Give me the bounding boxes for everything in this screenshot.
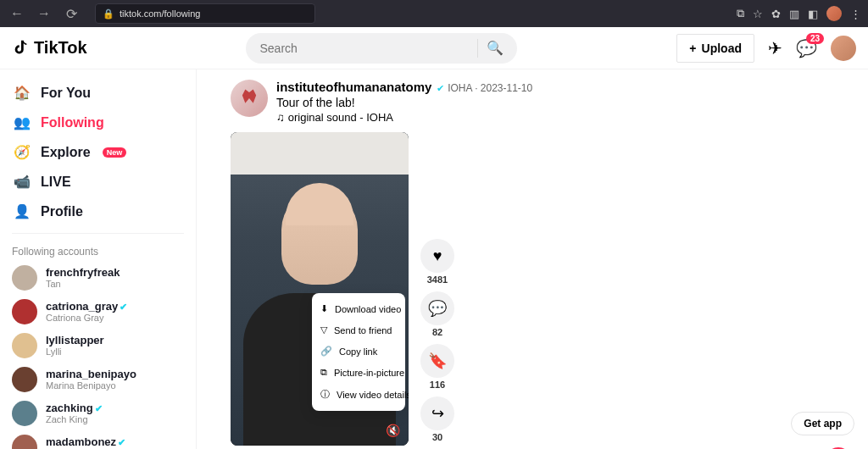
ctx-label: Copy link	[339, 346, 377, 357]
profile-avatar-icon[interactable]	[826, 6, 842, 21]
nav-label: Following	[41, 115, 104, 130]
verified-icon: ✔	[120, 302, 127, 312]
sidebar-account[interactable]: zachking✔Zach King	[0, 396, 196, 430]
save-action[interactable]: 🔖116	[420, 344, 454, 390]
post-username[interactable]: instituteofhumananatomy	[276, 80, 431, 94]
logo-text: TikTok	[34, 38, 87, 58]
music-icon: ♫	[276, 111, 285, 124]
topbar: TikTok 🔍 + Upload ✈ 💬23	[0, 27, 868, 69]
share-icon[interactable]: ↪	[420, 396, 454, 430]
account-username: madambonez✔	[46, 435, 125, 449]
toolbar-icon[interactable]: ▥	[789, 8, 799, 20]
post-avatar[interactable]	[231, 80, 268, 117]
sidebar-account[interactable]: marina_benipayoMarina Benipayo	[0, 363, 196, 396]
nav-label: Profile	[41, 204, 83, 219]
account-subtitle: Zach King	[46, 414, 103, 425]
browser-chrome: ← → ⟳ 🔒 tiktok.com/following ⧉ ☆ ✿ ▥ ◧ ⋮	[0, 0, 868, 27]
ctx-pip[interactable]: ⧉Picture-in-picture	[312, 362, 405, 383]
nav-foryou[interactable]: 🏠For You	[0, 78, 196, 108]
post-actions: ♥3481 💬82 🔖116 ↪30	[420, 132, 454, 446]
ctx-details[interactable]: ⓘView video details	[312, 383, 405, 406]
get-app-button[interactable]: Get app	[791, 412, 854, 435]
account-username: catriona_gray✔	[46, 300, 127, 313]
back-icon[interactable]: ←	[7, 3, 27, 24]
comment-action[interactable]: 💬82	[420, 291, 454, 337]
comment-icon[interactable]: 💬	[420, 291, 454, 325]
mute-icon[interactable]: 🔇	[386, 424, 400, 437]
search-box[interactable]: 🔍	[246, 33, 517, 64]
menu-icon[interactable]: ⋮	[850, 8, 861, 20]
heart-icon[interactable]: ♥	[420, 239, 454, 273]
ctx-label: Download video	[335, 304, 401, 314]
url-bar[interactable]: 🔒 tiktok.com/following	[95, 3, 315, 24]
sidebar-account[interactable]: madambonez✔Megan Young	[0, 430, 196, 449]
bookmark-icon[interactable]: 🔖	[420, 344, 454, 378]
avatar-icon	[12, 299, 37, 324]
account-username: frenchfryfreak	[46, 266, 120, 280]
comment-count: 82	[432, 327, 442, 337]
inbox-icon[interactable]: 💬23	[796, 38, 817, 58]
post-header: instituteofhumananatomy ✔ IOHA · 2023-11…	[231, 80, 868, 124]
ctx-download[interactable]: ⬇Download video	[312, 298, 405, 319]
home-icon: 🏠	[12, 85, 32, 101]
share-count: 30	[432, 432, 442, 442]
profile-avatar[interactable]	[831, 36, 856, 61]
post-sound[interactable]: ♫original sound - IOHA	[276, 111, 532, 124]
following-header: Following accounts	[0, 241, 196, 261]
video-player[interactable]: 🔇 ⬇Download video ▽Send to friend 🔗Copy …	[231, 132, 409, 446]
verified-icon: ✔	[118, 437, 125, 447]
avatar-icon	[12, 265, 37, 291]
sidebar-account[interactable]: frenchfryfreakTan	[0, 261, 196, 295]
extensions-icon[interactable]: ✿	[771, 8, 781, 20]
account-username: marina_benipayo	[46, 368, 136, 381]
account-username: zachking✔	[46, 402, 103, 415]
nav-live[interactable]: 📹LIVE	[0, 167, 196, 197]
info-icon: ⓘ	[320, 388, 330, 401]
nav-label: Explore	[41, 145, 91, 160]
nav-profile[interactable]: 👤Profile	[0, 197, 196, 226]
toolbar-icon[interactable]: ◧	[808, 8, 818, 20]
search-input[interactable]	[259, 42, 477, 55]
account-subtitle: Catriona Gray	[46, 313, 127, 324]
ctx-label: Picture-in-picture	[334, 368, 404, 378]
ctx-send[interactable]: ▽Send to friend	[312, 319, 405, 341]
forward-icon[interactable]: →	[34, 3, 54, 24]
account-subtitle: Tan	[46, 279, 120, 290]
reload-icon[interactable]: ⟳	[61, 3, 81, 24]
ctx-copy[interactable]: 🔗Copy link	[312, 341, 405, 362]
messages-icon[interactable]: ✈	[768, 38, 782, 58]
avatar-icon	[12, 435, 37, 449]
verified-icon: ✔	[95, 403, 103, 413]
sidebar-account[interactable]: lyllistapperLylli	[0, 329, 196, 363]
new-badge: New	[103, 147, 127, 158]
live-icon: 📹	[12, 174, 32, 190]
users-icon: 👥	[12, 114, 32, 130]
send-icon: ▽	[320, 324, 327, 335]
tiktok-logo[interactable]: TikTok	[12, 38, 87, 58]
sidebar: 🏠For You 👥Following 🧭ExploreNew 📹LIVE 👤P…	[0, 69, 197, 449]
context-menu: ⬇Download video ▽Send to friend 🔗Copy li…	[312, 293, 405, 411]
nav-following[interactable]: 👥Following	[0, 108, 196, 137]
url-text: tiktok.com/following	[120, 8, 200, 19]
share-action[interactable]: ↪30	[420, 396, 454, 442]
toolbar-icon[interactable]: ⧉	[737, 7, 744, 20]
anatomy-icon	[237, 86, 261, 110]
divider	[12, 233, 184, 234]
star-icon[interactable]: ☆	[753, 8, 763, 20]
ctx-label: Send to friend	[334, 325, 392, 335]
sound-text: original sound - IOHA	[288, 111, 393, 124]
like-action[interactable]: ♥3481	[420, 239, 454, 285]
avatar-icon	[12, 401, 37, 426]
nav-label: LIVE	[41, 175, 71, 190]
search-icon[interactable]: 🔍	[477, 39, 504, 58]
account-username: lyllistapper	[46, 334, 104, 347]
nav-explore[interactable]: 🧭ExploreNew	[0, 137, 196, 167]
save-count: 116	[430, 380, 445, 390]
upload-label: Upload	[702, 42, 742, 55]
upload-button[interactable]: + Upload	[676, 34, 754, 63]
sidebar-account[interactable]: catriona_gray✔Catriona Gray	[0, 295, 196, 329]
avatar-icon	[12, 333, 37, 358]
compass-icon: 🧭	[12, 144, 32, 160]
verified-icon: ✔	[437, 83, 444, 93]
pip-icon: ⧉	[320, 367, 327, 378]
